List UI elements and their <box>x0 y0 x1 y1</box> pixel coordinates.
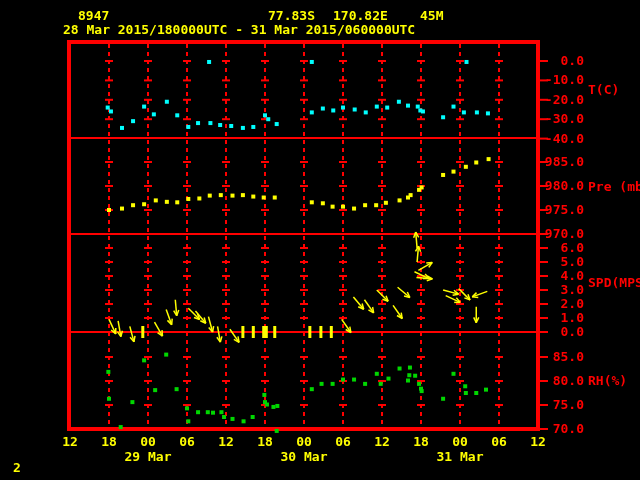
axis-title-pressure: Pre (mb) <box>588 180 640 194</box>
axis-title-wind_speed: SPD(MPS) <box>588 276 640 290</box>
date-label-30-Mar: 30 Mar <box>274 450 334 464</box>
y-tick-label-temperature--30.0: -30.0 <box>540 112 584 126</box>
y-tick-label-wind_speed-0.0: 0.0 <box>540 325 584 339</box>
station-elevation: 45M <box>420 9 443 23</box>
y-tick-label-wind_speed-5.0: 5.0 <box>540 255 584 269</box>
y-tick-label-temperature--20.0: -20.0 <box>540 93 584 107</box>
date-label-29-Mar: 29 Mar <box>118 450 178 464</box>
x-tick-label-4: 12 <box>214 435 238 449</box>
x-tick-label-3: 06 <box>175 435 199 449</box>
x-tick-label-1: 18 <box>97 435 121 449</box>
y-tick-label-pressure-980.0: 980.0 <box>540 179 584 193</box>
y-tick-label-wind_speed-2.0: 2.0 <box>540 297 584 311</box>
x-tick-label-5: 18 <box>253 435 277 449</box>
y-tick-label-pressure-985.0: 985.0 <box>540 155 584 169</box>
y-tick-label-pressure-970.0: 970.0 <box>540 227 584 241</box>
station-longitude: 170.82E <box>333 9 388 23</box>
y-tick-label-wind_speed-4.0: 4.0 <box>540 269 584 283</box>
y-tick-label-relative_humidity-70.0: 70.0 <box>540 422 584 436</box>
y-tick-label-relative_humidity-80.0: 80.0 <box>540 374 584 388</box>
x-tick-label-6: 00 <box>292 435 316 449</box>
x-tick-label-9: 18 <box>409 435 433 449</box>
y-tick-label-temperature--40.0: -40.0 <box>540 132 584 146</box>
x-tick-label-0: 12 <box>58 435 82 449</box>
y-tick-label-wind_speed-3.0: 3.0 <box>540 283 584 297</box>
x-tick-label-8: 12 <box>370 435 394 449</box>
time-range-label: 28 Mar 2015/180000UTC - 31 Mar 2015/0600… <box>63 23 415 37</box>
x-tick-label-10: 00 <box>448 435 472 449</box>
x-tick-label-7: 06 <box>331 435 355 449</box>
y-tick-label-relative_humidity-75.0: 75.0 <box>540 398 584 412</box>
x-tick-label-11: 06 <box>487 435 511 449</box>
axis-title-temperature: T(C) <box>588 83 619 97</box>
y-tick-label-wind_speed-1.0: 1.0 <box>540 311 584 325</box>
y-tick-label-temperature--10.0: -10.0 <box>540 73 584 87</box>
y-tick-label-relative_humidity-85.0: 85.0 <box>540 350 584 364</box>
x-tick-label-12: 12 <box>526 435 550 449</box>
date-label-31-Mar: 31 Mar <box>430 450 490 464</box>
uaplot-screen: 8947 77.83S 170.82E 45M 28 Mar 2015/1800… <box>0 0 640 480</box>
x-tick-label-2: 00 <box>136 435 160 449</box>
page-number: 2 <box>13 461 21 475</box>
y-tick-label-pressure-975.0: 975.0 <box>540 203 584 217</box>
station-latitude: 77.83S <box>268 9 315 23</box>
y-tick-label-temperature-0.0: 0.0 <box>540 54 584 68</box>
axis-title-relative_humidity: RH(%) <box>588 374 627 388</box>
station-id: 8947 <box>78 9 109 23</box>
y-tick-label-wind_speed-6.0: 6.0 <box>540 241 584 255</box>
